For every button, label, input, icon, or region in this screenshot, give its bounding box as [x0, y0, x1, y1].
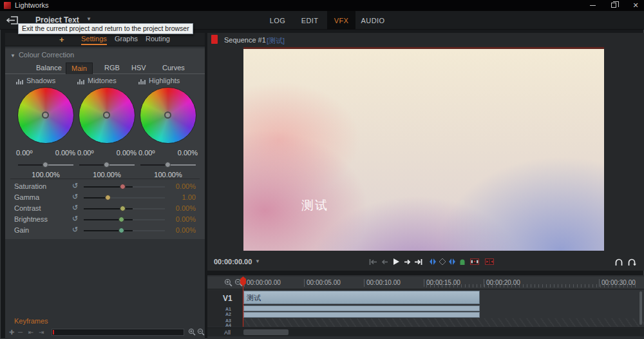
go-to-end-button[interactable]: [413, 257, 422, 266]
minimize-icon: [590, 5, 596, 6]
cc-tab-balance[interactable]: Balance: [31, 63, 67, 74]
audio-clip-a1[interactable]: [243, 305, 480, 311]
wheel-handle[interactable]: [42, 111, 49, 119]
undo-icon[interactable]: [614, 257, 623, 266]
wheel-handle[interactable]: [103, 111, 110, 119]
park-icon[interactable]: [458, 257, 467, 266]
slider-handle[interactable]: [43, 162, 48, 168]
cc-tab-main[interactable]: Main: [66, 63, 93, 74]
wheel-master-value: 100.00%: [16, 171, 75, 179]
tab-vfx[interactable]: VFX: [327, 11, 355, 30]
minimize-button[interactable]: [583, 0, 602, 10]
keyframe-zoom-in-icon[interactable]: [188, 328, 196, 336]
remove-keyframe-button[interactable]: ─: [18, 329, 23, 336]
mark-point-icon[interactable]: [438, 257, 447, 266]
prev-keyframe-button[interactable]: ⇤: [28, 329, 33, 336]
timeline-scrollbar-handle[interactable]: [243, 329, 289, 335]
window-title: Lightworks: [15, 1, 49, 9]
wheel-handle[interactable]: [164, 111, 171, 119]
sequence-icon: [211, 35, 218, 44]
timeline-panel: 00:00:00.00 00:00:05.00 00:00:10.00 00:0…: [207, 275, 644, 339]
track-header-a1[interactable]: A1: [225, 307, 231, 311]
keyframe-zoom-out-icon[interactable]: [197, 328, 205, 336]
brightness-row: Brightness ↺ 0.00%: [5, 214, 205, 225]
reset-icon[interactable]: ↺: [72, 226, 78, 234]
audio-clip-a2[interactable]: [243, 312, 480, 318]
sequence-title[interactable]: Sequence #1: [224, 36, 266, 44]
slider-handle[interactable]: [104, 162, 109, 168]
slider-handle[interactable]: [105, 195, 111, 200]
midtones-header: Midtones: [77, 77, 117, 84]
go-to-start-button[interactable]: [368, 257, 377, 266]
play-button[interactable]: [392, 257, 401, 266]
slider-handle[interactable]: [118, 217, 124, 222]
slider-handle[interactable]: [120, 206, 126, 211]
slider-handle[interactable]: [120, 184, 126, 189]
collapse-triangle-icon: ▼: [10, 53, 15, 59]
track-header-all[interactable]: All: [224, 329, 231, 336]
timeline-vertical-scrollbar[interactable]: [639, 291, 642, 325]
tab-routing[interactable]: Routing: [146, 35, 170, 43]
viewer-timecode[interactable]: 00:00:00.00: [214, 258, 252, 266]
timecode-caret-icon[interactable]: ▼: [255, 258, 260, 264]
insert-edit-button[interactable]: [470, 257, 479, 266]
project-dropdown-caret-icon[interactable]: ▼: [86, 16, 91, 22]
timeline-ruler[interactable]: 00:00:00.00 00:00:05.00 00:00:10.00 00:0…: [207, 276, 644, 289]
settings-panel: + Settings Graphs Routing ▼Colour Correc…: [5, 33, 205, 339]
slider-track[interactable]: [84, 197, 165, 199]
mark-in-icon[interactable]: [428, 257, 437, 266]
shadows-colour-wheel[interactable]: [17, 87, 74, 144]
step-back-button[interactable]: [380, 257, 389, 266]
redo-icon[interactable]: [627, 257, 636, 266]
track-header-a2[interactable]: A2: [225, 312, 231, 316]
slider-track[interactable]: [84, 219, 165, 220]
slider-handle[interactable]: [165, 162, 171, 168]
video-clip[interactable]: 测试: [243, 291, 480, 304]
keyframe-timeline-bar[interactable]: [52, 329, 184, 336]
close-button[interactable]: ✕: [626, 0, 644, 10]
reset-icon[interactable]: ↺: [72, 215, 78, 223]
track-header-a4[interactable]: A4: [225, 323, 231, 327]
highlights-master-slider[interactable]: [140, 162, 196, 168]
panel-tab-bar: + Settings Graphs Routing: [5, 33, 205, 46]
add-keyframe-button[interactable]: ✚: [9, 329, 14, 336]
track-header-a3[interactable]: A3: [225, 318, 231, 323]
reset-icon[interactable]: ↺: [72, 204, 78, 212]
tab-log[interactable]: LOG: [263, 11, 292, 30]
shadows-master-slider[interactable]: [18, 162, 73, 168]
wheel-angle-value: 0.00º: [77, 149, 93, 157]
gain-row: Gain ↺ 0.00%: [5, 225, 205, 236]
slider-track[interactable]: [84, 230, 165, 231]
next-keyframe-button[interactable]: ⇥: [39, 329, 44, 336]
video-preview[interactable]: 测试: [243, 47, 604, 251]
step-forward-button[interactable]: [402, 257, 412, 266]
replace-edit-button[interactable]: [485, 257, 494, 266]
cc-tab-curves[interactable]: Curves: [157, 63, 190, 74]
midtones-master-slider[interactable]: [79, 162, 135, 168]
tab-settings[interactable]: Settings: [81, 35, 107, 45]
keyframe-playhead-tick: [53, 330, 54, 334]
add-effect-button[interactable]: +: [59, 35, 64, 44]
reset-icon[interactable]: ↺: [72, 193, 78, 201]
tab-graphs[interactable]: Graphs: [115, 35, 138, 43]
slider-handle[interactable]: [118, 228, 124, 233]
track-header-v1[interactable]: V1: [223, 294, 232, 303]
mark-out-icon[interactable]: [448, 257, 457, 266]
histogram-icon: [77, 78, 84, 84]
colour-correction-header[interactable]: ▼Colour Correction: [10, 51, 74, 59]
timeline-zoom-in-icon[interactable]: [224, 278, 232, 287]
exit-project-button[interactable]: [5, 15, 19, 25]
timeline-scrollbar-track[interactable]: [243, 329, 640, 336]
preview-overlay-text: 测试: [301, 197, 328, 214]
cc-tab-hsv[interactable]: HSV: [126, 63, 151, 74]
cc-tab-rgb[interactable]: RGB: [99, 63, 125, 74]
sequence-tag[interactable]: [测试]: [267, 36, 285, 46]
tab-audio[interactable]: AUDIO: [357, 11, 389, 30]
ruler-label: 00:00:20.00: [484, 279, 520, 287]
transport-bar: 00:00:00.00 ▼: [207, 254, 644, 271]
tab-edit[interactable]: EDIT: [295, 11, 325, 30]
restore-button[interactable]: [604, 0, 623, 10]
midtones-colour-wheel[interactable]: [79, 87, 135, 144]
reset-icon[interactable]: ↺: [72, 182, 78, 190]
highlights-colour-wheel[interactable]: [140, 87, 196, 144]
